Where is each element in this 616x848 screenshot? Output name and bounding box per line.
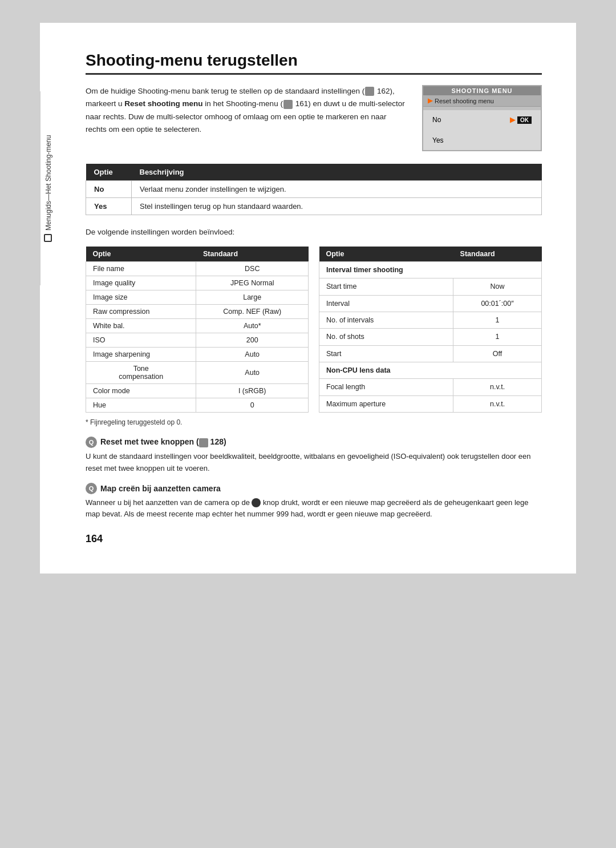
- table-row: File name DSC: [86, 262, 309, 276]
- cell: ISO: [86, 333, 196, 348]
- screen-row-no: No ▶ OK: [432, 114, 532, 126]
- cell: File name: [86, 262, 196, 276]
- table-row: Hue 0: [86, 398, 309, 413]
- cell: No. of shots: [319, 329, 453, 345]
- tip2-text: Wanneer u bij het aanzetten van de camer…: [86, 497, 542, 521]
- table-row: Image quality JPEG Normal: [86, 276, 309, 290]
- intro-section: Om de huidige Shooting-menu bank terug t…: [86, 85, 542, 151]
- camera-screen-title: Shooting Menu: [423, 86, 541, 95]
- desc-yes: Stel instellingen terug op hun standaard…: [132, 198, 542, 215]
- page: Menugids—Het Shooting-menu Shooting-menu…: [40, 23, 576, 574]
- section-header: Interval timer shooting: [319, 262, 542, 278]
- tip1-title: Q Reset met twee knoppen ( 128): [86, 437, 542, 448]
- cell: JPEG Normal: [196, 276, 309, 290]
- table-row: Interval 00:01´:00″: [319, 295, 542, 312]
- table-row: Interval timer shooting: [319, 262, 542, 278]
- tip1-section: Q Reset met twee knoppen ( 128) U kunt d…: [86, 437, 542, 475]
- cell: Color mode: [86, 384, 196, 398]
- cell: Hue: [86, 398, 196, 413]
- tip2-title: Q Map creën bij aanzetten camera: [86, 483, 542, 494]
- cell: Large: [196, 290, 309, 305]
- cell: Image sharpening: [86, 348, 196, 362]
- table-row: No. of shots 1: [319, 329, 542, 345]
- cell: n.v.t.: [453, 379, 542, 395]
- table-row: Non-CPU lens data: [319, 362, 542, 378]
- page-title: Shooting-menu terugstellen: [86, 51, 542, 75]
- sidebar-label: Menugids—Het Shooting-menu: [40, 91, 56, 285]
- cell: Comp. NEF (Raw): [196, 305, 309, 319]
- cell: Maximum aperture: [319, 395, 453, 412]
- tip1-icon: Q: [86, 437, 97, 448]
- menu-item-label: Reset shooting menu: [435, 98, 494, 104]
- left-data-table: Optie Standaard File name DSC Image qual…: [86, 247, 309, 413]
- table-row: Focal length n.v.t.: [319, 379, 542, 395]
- table-row: No Verlaat menu zonder instellingen te w…: [86, 181, 542, 198]
- cell: Raw compression: [86, 305, 196, 319]
- right-data-table: Optie Standaard Interval timer shooting …: [319, 247, 542, 413]
- screen-spacer: [432, 126, 532, 134]
- cell: n.v.t.: [453, 395, 542, 412]
- camera-screen: Shooting Menu ▶ Reset shooting menu No ▶…: [422, 85, 542, 151]
- cell: Image quality: [86, 276, 196, 290]
- table-row: Maximum aperture n.v.t.: [319, 395, 542, 412]
- cell: 0: [196, 398, 309, 413]
- cell: Start: [319, 345, 453, 362]
- page-number: 164: [86, 533, 542, 545]
- table-row: Start time Now: [319, 278, 542, 295]
- footnote: * Fijnregeling teruggesteld op 0.: [86, 418, 542, 426]
- cell: 00:01´:00″: [453, 295, 542, 312]
- option-yes: Yes: [86, 198, 132, 215]
- tip2-icon: Q: [86, 483, 97, 494]
- data-tables: Optie Standaard File name DSC Image qual…: [86, 247, 542, 413]
- col-optie: Optie: [86, 164, 132, 181]
- table-row: Start Off: [319, 345, 542, 362]
- option-yes-label: Yes: [432, 136, 444, 144]
- right-col-standaard: Standaard: [453, 247, 542, 262]
- cell: Now: [453, 278, 542, 295]
- table-row: Tonecompensation Auto: [86, 362, 309, 384]
- cell: Auto: [196, 348, 309, 362]
- cell: 1: [453, 312, 542, 328]
- table-row: Raw compression Comp. NEF (Raw): [86, 305, 309, 319]
- table-row: Image sharpening Auto: [86, 348, 309, 362]
- sidebar-icon: [44, 234, 52, 242]
- cell: Image size: [86, 290, 196, 305]
- option-no-arrow: ▶: [510, 116, 515, 124]
- table-row: Image size Large: [86, 290, 309, 305]
- table-row: Yes Stel instellingen terug op hun stand…: [86, 198, 542, 215]
- affected-text: De volgende instellingen worden beïnvloe…: [86, 228, 542, 236]
- cell: Auto*: [196, 319, 309, 333]
- desc-no: Verlaat menu zonder instellingen te wijz…: [132, 181, 542, 198]
- menu-arrow: ▶: [428, 97, 432, 104]
- right-col-optie: Optie: [319, 247, 453, 262]
- left-col-optie: Optie: [86, 247, 196, 262]
- section-header: Non-CPU lens data: [319, 362, 542, 378]
- option-table: Optie Beschrijving No Verlaat menu zonde…: [86, 164, 542, 215]
- tip1-title-text: Reset met twee knoppen ( 128): [100, 437, 226, 447]
- tip2-title-text: Map creën bij aanzetten camera: [100, 484, 221, 493]
- cell: Auto: [196, 362, 309, 384]
- cell: White bal.: [86, 319, 196, 333]
- left-col-standaard: Standaard: [196, 247, 309, 262]
- ok-badge: OK: [517, 116, 532, 124]
- option-no-label: No: [432, 116, 441, 124]
- table-row: No. of intervals 1: [319, 312, 542, 328]
- intro-text: Om de huidige Shooting-menu bank terug t…: [86, 85, 405, 151]
- cell: Interval: [319, 295, 453, 312]
- sidebar-text: Menugids—Het Shooting-menu: [44, 135, 52, 230]
- cell: DSC: [196, 262, 309, 276]
- cell: Tonecompensation: [86, 362, 196, 384]
- screen-row-yes: Yes: [432, 134, 532, 147]
- tip2-section: Q Map creën bij aanzetten camera Wanneer…: [86, 483, 542, 521]
- table-row: ISO 200: [86, 333, 309, 348]
- table-row: Color mode I (sRGB): [86, 384, 309, 398]
- cell: 200: [196, 333, 309, 348]
- camera-screen-menu-item: ▶ Reset shooting menu: [423, 95, 541, 107]
- cell: Focal length: [319, 379, 453, 395]
- cell: No. of intervals: [319, 312, 453, 328]
- cell: 1: [453, 329, 542, 345]
- col-beschrijving: Beschrijving: [132, 164, 542, 181]
- cell: I (sRGB): [196, 384, 309, 398]
- cell: Off: [453, 345, 542, 362]
- camera-screen-options: No ▶ OK Yes: [423, 110, 541, 150]
